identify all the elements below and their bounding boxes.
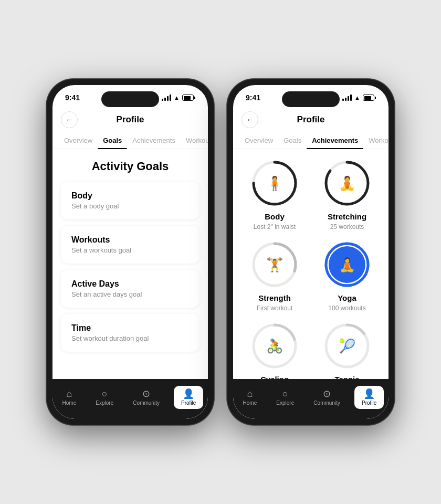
workouts-goal-subtitle: Set a workouts goal <box>71 246 189 254</box>
achievement-tennis[interactable]: 🎾 Tennis 5 workouts <box>316 322 378 379</box>
tab-workouts-2[interactable]: Workout <box>363 132 388 149</box>
strength-achievement-desc: First workout <box>257 304 293 312</box>
nav-header: ← Profile <box>52 111 208 132</box>
tennis-achievement-icon: 🎾 <box>339 339 355 353</box>
achievement-circle-yoga: 🧘 <box>323 241 371 288</box>
bottom-nav-2: ⌂ Home ○ Explore ⊙ Community 👤 Profile <box>233 379 388 419</box>
body-goal-title: Body <box>71 191 189 201</box>
tabs-2: Overview Goals Achievements Workout <box>233 132 388 149</box>
achievements-phone: 9:41 ▲ ← Profile <box>227 79 395 425</box>
profile-icon-2: 👤 <box>363 389 375 398</box>
explore-icon: ○ <box>102 389 108 398</box>
nav-profile[interactable]: 👤 Profile <box>174 386 203 409</box>
stretching-achievement-name: Stretching <box>328 212 366 221</box>
achievement-circle-tennis: 🎾 <box>323 322 371 370</box>
body-achievement-icon: 🧍 <box>266 176 283 190</box>
nav-explore[interactable]: ○ Explore <box>90 387 119 408</box>
body-achievement-name: Body <box>265 212 285 221</box>
battery-icon <box>182 94 195 101</box>
page-title-2: Profile <box>258 114 363 125</box>
wifi-icon: ▲ <box>174 94 180 101</box>
workouts-goal-card[interactable]: Workouts Set a workouts goal <box>61 226 200 264</box>
nav-home-2[interactable]: ⌂ Home <box>238 387 262 408</box>
back-button[interactable]: ← <box>61 111 78 128</box>
achievement-circle-body: 🧍 <box>251 160 298 207</box>
goals-phone: 9:41 ▲ ← Profile <box>46 79 214 425</box>
achievement-circle-strength: 🏋️ <box>251 241 298 288</box>
yoga-achievement-name: Yoga <box>338 293 356 302</box>
yoga-achievement-desc: 100 workouts <box>328 304 365 312</box>
strength-achievement-name: Strength <box>258 293 291 302</box>
nav-header-2: ← Profile <box>233 111 388 132</box>
body-icon-wrap: 🧍 <box>256 165 293 202</box>
tab-goals[interactable]: Goals <box>98 132 127 149</box>
community-icon-2: ⊙ <box>323 389 331 398</box>
tab-overview[interactable]: Overview <box>59 132 98 149</box>
active-days-goal-card[interactable]: Active Days Set an active days goal <box>61 270 200 308</box>
achievement-strength[interactable]: 🏋️ Strength First workout <box>244 241 306 312</box>
tab-achievements[interactable]: Achievements <box>127 132 181 149</box>
yoga-achievement-icon: 🧘 <box>339 258 355 271</box>
stretching-achievement-icon: 🧘 <box>339 176 355 190</box>
tab-overview-2[interactable]: Overview <box>239 132 278 149</box>
strength-achievement-icon: 🏋️ <box>266 258 283 271</box>
body-achievement-desc: Lost 2" in waist <box>254 223 296 230</box>
profile-icon: 👤 <box>183 389 194 398</box>
tab-achievements-2[interactable]: Achievements <box>307 132 363 149</box>
bottom-nav: ⌂ Home ○ Explore ⊙ Community 👤 Profile <box>52 379 208 419</box>
time-goal-subtitle: Set workout duration goal <box>71 334 189 342</box>
nav-community[interactable]: ⊙ Community <box>128 387 165 408</box>
tennis-achievement-name: Tennis <box>334 375 359 379</box>
time-goal-title: Time <box>71 323 189 333</box>
tabs: Overview Goals Achievements Workout <box>52 132 208 149</box>
home-icon-2: ⌂ <box>247 389 253 398</box>
phones-container: 9:41 ▲ ← Profile <box>0 0 441 504</box>
achievement-circle-cycling: 🚴 <box>251 322 298 370</box>
stretching-icon-wrap: 🧘 <box>329 165 365 202</box>
signal-icon-2 <box>342 94 352 101</box>
cycling-achievement-icon: 🚴 <box>266 339 283 353</box>
status-time: 9:41 <box>65 93 80 102</box>
status-time-2: 9:41 <box>246 93 260 102</box>
strength-icon-wrap: 🏋️ <box>256 246 293 283</box>
tennis-icon-wrap: 🎾 <box>329 328 365 364</box>
status-icons: ▲ <box>162 94 195 101</box>
tab-workouts[interactable]: Workout <box>181 132 208 149</box>
achievement-cycling[interactable]: 🚴 Cycling 10 workouts <box>244 322 306 379</box>
workouts-goal-title: Workouts <box>71 235 189 245</box>
body-goal-subtitle: Set a body goal <box>71 202 189 210</box>
body-goal-card[interactable]: Body Set a body goal <box>61 182 200 219</box>
battery-icon-2 <box>363 94 376 101</box>
nav-community-2[interactable]: ⊙ Community <box>308 387 345 408</box>
cycling-achievement-name: Cycling <box>260 375 289 379</box>
nav-explore-2[interactable]: ○ Explore <box>271 387 299 408</box>
page-title: Profile <box>78 114 183 125</box>
status-icons-2: ▲ <box>342 94 376 101</box>
nav-profile-2[interactable]: 👤 Profile <box>354 386 384 409</box>
back-button-2[interactable]: ← <box>242 111 258 128</box>
achievement-stretching[interactable]: 🧘 Stretching 25 workouts <box>316 160 378 230</box>
dynamic-island <box>101 91 159 107</box>
achievement-yoga[interactable]: 🧘 Yoga 100 workouts <box>316 241 378 312</box>
active-days-goal-subtitle: Set an active days goal <box>71 290 189 298</box>
wifi-icon-2: ▲ <box>354 94 360 101</box>
goals-section-title: Activity Goals <box>52 149 208 182</box>
time-goal-card[interactable]: Time Set workout duration goal <box>61 314 200 352</box>
active-days-goal-title: Active Days <box>71 279 189 289</box>
achievements-grid: 🧍 Body Lost 2" in waist <box>233 149 388 379</box>
dynamic-island-2 <box>282 91 340 107</box>
back-arrow-icon-2: ← <box>246 116 254 123</box>
stretching-achievement-desc: 25 workouts <box>330 223 364 230</box>
signal-icon <box>162 94 171 101</box>
yoga-icon-wrap: 🧘 <box>329 246 365 283</box>
cycling-icon-wrap: 🚴 <box>256 328 293 364</box>
achievements-content: 🧍 Body Lost 2" in waist <box>233 149 388 379</box>
back-arrow-icon: ← <box>66 116 73 123</box>
community-icon: ⊙ <box>142 389 150 398</box>
nav-home[interactable]: ⌂ Home <box>57 387 82 408</box>
tab-goals-2[interactable]: Goals <box>278 132 307 149</box>
achievement-body[interactable]: 🧍 Body Lost 2" in waist <box>244 160 306 230</box>
achievement-circle-stretching: 🧘 <box>323 160 371 207</box>
home-icon: ⌂ <box>66 389 72 398</box>
goals-content: Activity Goals Body Set a body goal Work… <box>52 149 208 379</box>
